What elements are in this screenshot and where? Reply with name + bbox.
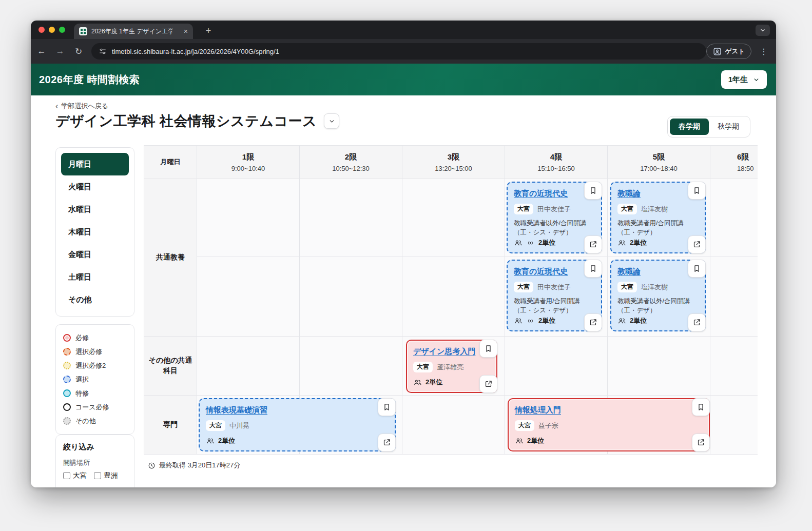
app-title: 2026年度 時間割検索 xyxy=(39,73,140,87)
bookmark-button[interactable] xyxy=(479,340,497,358)
period-header-2: 2限10:50~12:30 xyxy=(300,146,402,179)
grade-select-button[interactable]: 1年生 xyxy=(721,70,767,89)
timetable-cell xyxy=(300,337,402,396)
bookmark-button[interactable] xyxy=(688,260,706,278)
browser-tab[interactable]: 2026年度 1年生 デザイン工学部 × xyxy=(74,24,193,39)
group-icon xyxy=(617,317,626,325)
bookmark-button[interactable] xyxy=(584,182,602,200)
tab-search-button[interactable] xyxy=(756,25,770,36)
sidebar-item-monday[interactable]: 月曜日 xyxy=(61,153,129,175)
course-card[interactable]: 教育の近現代史 大宮 田中友佳子 教職受講者以外/合同開講 （工・シス・デザ） … xyxy=(507,182,602,253)
bookmark-button[interactable] xyxy=(688,182,706,200)
course-note: 教職受講者用/合同開講 xyxy=(617,219,699,228)
reload-icon[interactable]: ↻ xyxy=(71,44,86,59)
back-to-faculty-link[interactable]: ‹ 学部選択へ戻る xyxy=(55,102,108,111)
forward-icon[interactable]: → xyxy=(52,44,68,59)
external-link-button[interactable] xyxy=(584,235,602,253)
timetable-cell xyxy=(300,257,402,337)
tab-fall-semester[interactable]: 秋学期 xyxy=(709,119,748,135)
url-text[interactable]: timetbl.sic.shibaura-it.ac.jp/ja/2026/20… xyxy=(112,48,279,55)
browser-menu-icon[interactable]: ⋮ xyxy=(760,44,768,59)
semester-toggle: 春学期 秋学期 xyxy=(667,116,750,137)
course-link[interactable]: 情報処理入門 xyxy=(515,405,703,415)
course-note: （工・シス・デザ） xyxy=(514,306,595,316)
checkbox-icon[interactable] xyxy=(94,472,101,479)
course-card[interactable]: デザイン思考入門 大宮 蘆澤雄亮 2単位 xyxy=(406,340,497,393)
timetable-cell xyxy=(300,179,402,257)
course-link[interactable]: 教職論 xyxy=(617,189,699,199)
tab-close-icon[interactable]: × xyxy=(184,27,188,35)
course-card[interactable]: 教職論 大宮 塩澤友樹 教職受講者以外/合同開講 （工・デザ） 2単位 xyxy=(610,260,706,331)
checkbox-icon[interactable] xyxy=(63,472,70,479)
external-link-button[interactable] xyxy=(584,313,602,331)
external-link-button[interactable] xyxy=(479,375,497,393)
bookmark-button[interactable] xyxy=(692,398,710,416)
external-link-button[interactable] xyxy=(692,434,710,451)
close-window-button[interactable] xyxy=(38,27,45,33)
maximize-window-button[interactable] xyxy=(59,27,65,33)
timetable-cell xyxy=(402,396,505,455)
minimize-window-button[interactable] xyxy=(49,27,55,33)
course-card[interactable]: 教職論 大宮 塩澤友樹 教職受講者用/合同開講 （工・デザ） 2単位 xyxy=(610,182,706,253)
course-card[interactable]: 情報表現基礎演習 大宮 中川晃 2単位 xyxy=(199,398,396,451)
timetable-cell xyxy=(197,337,300,396)
tab-title: 2026年度 1年生 デザイン工学部 xyxy=(91,27,172,36)
course-card[interactable]: 情報処理入門 大宮 益子宗 2単位 xyxy=(508,398,710,451)
teacher-name: 益子宗 xyxy=(538,421,558,430)
external-link-button[interactable] xyxy=(378,434,396,451)
legend-label: コース必修 xyxy=(75,403,109,412)
timetable-cell xyxy=(505,337,608,396)
chevron-down-icon xyxy=(760,27,766,33)
external-link-icon xyxy=(484,380,493,388)
legend-label: 選択 xyxy=(75,375,89,384)
filter-place-label: 開講場所 xyxy=(63,458,127,467)
course-link[interactable]: 教職論 xyxy=(617,267,699,277)
course-select-button[interactable] xyxy=(324,113,339,129)
bookmark-button[interactable] xyxy=(378,398,396,416)
sidebar-item-tuesday[interactable]: 火曜日 xyxy=(61,175,129,198)
sidebar-item-saturday[interactable]: 土曜日 xyxy=(61,266,129,288)
course-link[interactable]: デザイン思考入門 xyxy=(413,347,490,357)
profile-button[interactable]: ゲスト xyxy=(706,44,751,59)
new-tab-button[interactable]: + xyxy=(201,24,216,38)
external-link-button[interactable] xyxy=(688,313,706,331)
teacher-name: 塩澤友樹 xyxy=(641,283,668,292)
row-label-other-common: その他の共通科目 xyxy=(144,337,197,396)
external-link-button[interactable] xyxy=(688,235,706,253)
checkbox-omiya[interactable]: 大宮 xyxy=(63,471,87,480)
units-label: 2単位 xyxy=(538,316,555,325)
course-link[interactable]: 教育の近現代史 xyxy=(514,189,595,199)
sidebar-item-wednesday[interactable]: 水曜日 xyxy=(61,198,129,221)
course-note: 教職受講者以外/合同開講 xyxy=(617,297,699,306)
bookmark-button[interactable] xyxy=(584,260,602,278)
campus-badge: 大宮 xyxy=(515,420,534,431)
course-link[interactable]: 情報表現基礎演習 xyxy=(206,405,389,415)
bookmark-icon xyxy=(589,264,597,273)
sidebar-item-thursday[interactable]: 木曜日 xyxy=(61,221,129,243)
back-link-label: 学部選択へ戻る xyxy=(61,102,108,111)
timetable-cell xyxy=(197,257,300,337)
tab-spring-semester[interactable]: 春学期 xyxy=(670,119,709,135)
sidebar-item-other[interactable]: その他 xyxy=(61,288,129,311)
filter-panel: 絞り込み 開講場所 大宮 豊洲 単位区分 xyxy=(55,435,134,487)
teacher-name: 田中友佳子 xyxy=(537,205,571,214)
teacher-name: 塩澤友樹 xyxy=(641,205,668,214)
sidebar-item-friday[interactable]: 金曜日 xyxy=(61,243,129,266)
course-note: 教職受講者用/合同開講 xyxy=(514,297,595,306)
external-link-icon xyxy=(382,438,391,447)
units-label: 2単位 xyxy=(527,436,544,445)
timetable-scroll-area[interactable]: 月曜日 1限9:00~10:40 2限10:50~12:30 3限13:20~1… xyxy=(144,145,758,455)
row-label-common: 共通教養 xyxy=(144,179,197,337)
course-link[interactable]: 教育の近現代史 xyxy=(514,267,595,277)
campus-badge: 大宮 xyxy=(617,204,637,214)
group-icon xyxy=(206,437,215,445)
units-label: 2単位 xyxy=(630,316,647,325)
back-icon[interactable]: ← xyxy=(34,44,49,59)
checkbox-toyosu[interactable]: 豊洲 xyxy=(94,471,118,480)
course-card[interactable]: 教育の近現代史 大宮 田中友佳子 教職受講者用/合同開講 （工・シス・デザ） 2… xyxy=(507,260,602,331)
group-icon xyxy=(617,239,626,247)
course-note: （工・シス・デザ） xyxy=(514,228,595,238)
site-controls-icon[interactable] xyxy=(99,47,107,55)
checkbox-label: 大宮 xyxy=(73,471,87,480)
url-bar[interactable]: timetbl.sic.shibaura-it.ac.jp/ja/2026/20… xyxy=(91,43,706,60)
